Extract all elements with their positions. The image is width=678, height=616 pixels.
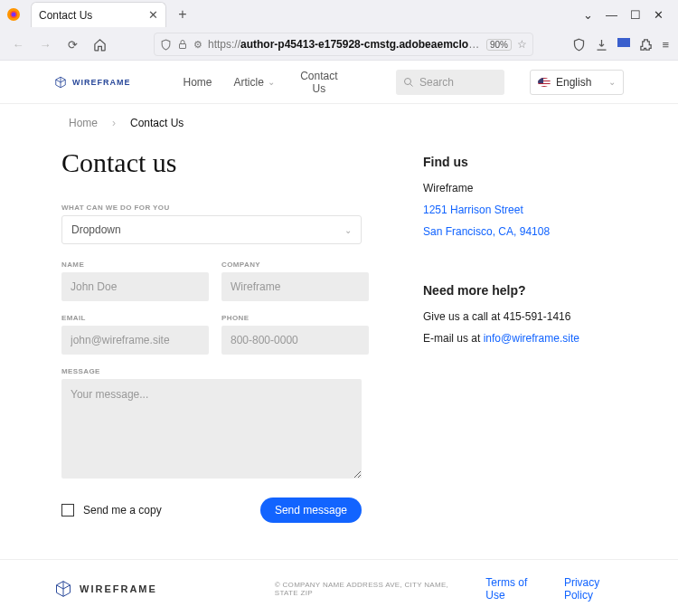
content: Contact us WHAT CAN WE DO FOR YOU Dropdo… <box>0 138 678 559</box>
topic-dropdown[interactable]: Dropdown ⌄ <box>61 215 362 244</box>
label-topic: WHAT CAN WE DO FOR YOU <box>61 204 369 212</box>
maximize-icon[interactable]: ☐ <box>630 8 641 22</box>
brand-logo[interactable]: WIREFRAME <box>54 76 131 89</box>
privacy-link[interactable]: Privacy Policy <box>564 576 624 602</box>
page: WIREFRAME Home Article ⌄ Contact Us Sear… <box>0 61 678 616</box>
dropdown-value: Dropdown <box>71 223 121 236</box>
svg-point-2 <box>12 13 16 17</box>
back-button[interactable]: ← <box>9 35 27 53</box>
permissions-icon[interactable]: ⚙ <box>193 39 202 51</box>
email-input[interactable] <box>61 326 209 355</box>
svg-rect-3 <box>180 44 186 49</box>
downloads-icon[interactable] <box>595 38 608 52</box>
extensions-icon[interactable] <box>639 38 653 52</box>
zoom-badge[interactable]: 90% <box>486 39 512 51</box>
firefox-logo-icon <box>5 6 22 23</box>
email-link[interactable]: info@wireframe.site <box>484 332 579 345</box>
browser-toolbar: ← → ⟳ ⚙ https://author-p45413-e175928-cm… <box>0 29 678 60</box>
label-name: NAME <box>61 261 209 269</box>
main-nav: Home Article ⌄ Contact Us <box>184 70 342 95</box>
nav-contact[interactable]: Contact Us <box>297 70 342 95</box>
nav-article[interactable]: Article ⌄ <box>234 70 275 95</box>
need-help-heading: Need more help? <box>423 283 624 298</box>
chevron-down-icon: ⌄ <box>608 77 616 87</box>
copyright-text: © COMPANY NAME ADDRESS AVE, CITY NAME, S… <box>275 581 467 597</box>
forward-button[interactable]: → <box>36 35 54 53</box>
call-text: Give us a call at 415-591-1416 <box>423 310 624 323</box>
minimize-icon[interactable]: — <box>606 8 617 22</box>
email-text: E-mail us at info@wireframe.site <box>423 332 624 345</box>
flag-us-icon <box>538 78 551 87</box>
terms-link[interactable]: Terms of Use <box>485 576 542 602</box>
home-button[interactable] <box>90 35 108 53</box>
page-title: Contact us <box>61 147 369 178</box>
breadcrumb: Home › Contact Us <box>0 104 678 138</box>
label-message: MESSAGE <box>61 367 369 375</box>
footer-brand-text: WIREFRAME <box>80 583 157 594</box>
send-button[interactable]: Send message <box>260 498 362 523</box>
bookmark-star-icon[interactable]: ☆ <box>517 38 527 51</box>
breadcrumb-home[interactable]: Home <box>69 117 98 129</box>
address-line1[interactable]: 1251 Harrison Street <box>423 204 523 216</box>
phone-input[interactable] <box>221 326 369 355</box>
shield-icon[interactable] <box>160 39 172 51</box>
label-company: COMPANY <box>221 261 369 269</box>
pocket-icon[interactable] <box>572 38 586 52</box>
window-controls: ⌄ — ☐ ✕ <box>583 8 673 22</box>
name-input[interactable] <box>61 272 209 301</box>
language-selector[interactable]: English ⌄ <box>530 70 624 95</box>
search-input[interactable]: Search <box>396 70 504 95</box>
url-text: https://author-p45413-e175928-cmstg.adob… <box>208 38 481 51</box>
footer-links: Terms of Use Privacy Policy <box>485 576 624 602</box>
browser-chrome: Contact Us ✕ + ⌄ — ☐ ✕ ← → ⟳ ⚙ https://a… <box>0 0 678 61</box>
contact-form: Contact us WHAT CAN WE DO FOR YOU Dropdo… <box>61 147 369 523</box>
menu-icon[interactable]: ≡ <box>662 38 669 52</box>
search-placeholder: Search <box>419 76 454 89</box>
close-tab-icon[interactable]: ✕ <box>148 8 158 22</box>
company-name: Wireframe <box>423 182 624 194</box>
copy-checkbox-label: Send me a copy <box>83 504 162 516</box>
brand-text: WIREFRAME <box>72 78 131 87</box>
lock-icon[interactable] <box>177 39 188 50</box>
chevron-right-icon: › <box>112 117 116 129</box>
label-email: EMAIL <box>61 314 209 322</box>
footer-brand[interactable]: WIREFRAME <box>54 580 157 598</box>
new-tab-button[interactable]: + <box>172 4 193 25</box>
cube-icon <box>54 76 67 89</box>
chevron-down-icon: ⌄ <box>268 77 275 87</box>
tab-title: Contact Us <box>39 9 92 22</box>
breadcrumb-current: Contact Us <box>130 117 184 129</box>
site-header: WIREFRAME Home Article ⌄ Contact Us Sear… <box>0 61 678 104</box>
find-us-heading: Find us <box>423 155 624 169</box>
chevron-down-icon: ⌄ <box>344 225 352 235</box>
copy-checkbox[interactable] <box>61 504 74 516</box>
footer: WIREFRAME © COMPANY NAME ADDRESS AVE, CI… <box>0 559 678 616</box>
tab-strip: Contact Us ✕ + ⌄ — ☐ ✕ <box>0 0 678 29</box>
svg-point-4 <box>405 78 411 84</box>
form-actions: Send me a copy Send message <box>61 498 362 523</box>
cube-icon <box>54 580 72 598</box>
sidebar: Find us Wireframe 1251 Harrison Street S… <box>423 147 624 523</box>
browser-tab[interactable]: Contact Us ✕ <box>31 2 166 27</box>
nav-home[interactable]: Home <box>184 70 212 95</box>
language-label: English <box>556 76 591 89</box>
message-textarea[interactable] <box>61 379 362 479</box>
address-bar[interactable]: ⚙ https://author-p45413-e175928-cmstg.ad… <box>154 33 533 56</box>
chevron-down-icon[interactable]: ⌄ <box>583 8 593 22</box>
label-phone: PHONE <box>221 314 369 322</box>
company-input[interactable] <box>221 272 369 301</box>
reload-button[interactable]: ⟳ <box>63 35 81 53</box>
search-icon <box>403 77 414 88</box>
account-icon[interactable] <box>617 38 630 47</box>
close-window-icon[interactable]: ✕ <box>654 8 664 22</box>
address-line2[interactable]: San Francisco, CA, 94108 <box>423 225 550 238</box>
